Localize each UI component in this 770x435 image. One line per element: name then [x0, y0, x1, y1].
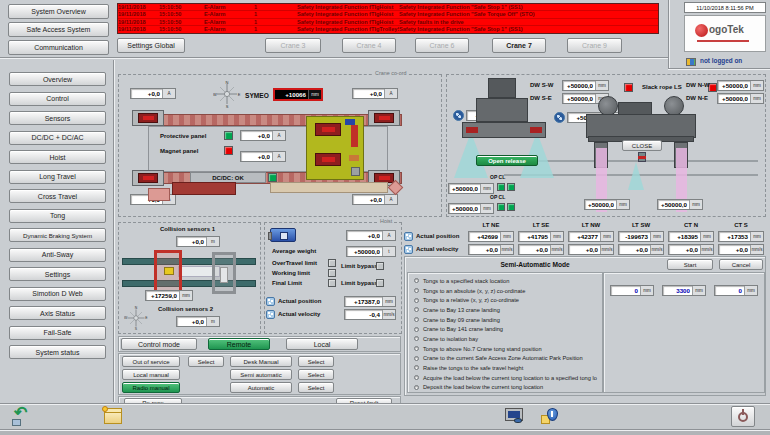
crane-6-button[interactable]: Crane 6: [415, 38, 469, 53]
trolley-wheel: [530, 127, 542, 133]
semi-auto-option[interactable]: Crane to the current Safe Access Zone Au…: [414, 353, 602, 363]
monitor-icon[interactable]: [506, 409, 523, 423]
power-button[interactable]: [731, 406, 755, 427]
settings-global-button[interactable]: Settings Global: [117, 38, 185, 53]
semi-automatic-button[interactable]: Semi automatic: [230, 369, 292, 380]
limit-bypass-indicator-2[interactable]: [376, 279, 384, 287]
info-icon[interactable]: [541, 408, 559, 425]
nav-safe-access-button[interactable]: Safe Access System: [8, 22, 109, 37]
semi-auto-coords-box: 0mm 3300mm 0mm: [603, 272, 765, 393]
radio-icon[interactable]: [414, 385, 419, 390]
desk-manual-button[interactable]: Desk Manual: [230, 356, 292, 367]
semi-auto-option[interactable]: Acquire the load below the current tong …: [414, 373, 602, 383]
alarm-banner[interactable]: 19/11/201815:10:50E-Alarm1Safety Integra…: [117, 3, 659, 34]
semi-auto-option[interactable]: Tongs to above No.7 Crane tong stand pos…: [414, 344, 602, 354]
rope-value-1: +50000,0mm: [448, 183, 494, 194]
sidebar-item-dynamic-braking[interactable]: Dynamic Braking System: [9, 228, 106, 242]
mid-current-1: +0,0A: [240, 130, 286, 141]
nav-communication-button[interactable]: Communication: [8, 40, 109, 55]
final-limit-label: Final Limit: [272, 280, 302, 286]
crane-9-button[interactable]: Crane 9: [567, 38, 622, 53]
dw-sw-value: +50000,0mm: [562, 80, 609, 91]
rope-value-2: +50000,0mm: [448, 203, 494, 214]
go-back-icon[interactable]: ↶: [12, 407, 34, 427]
semi-auto-option[interactable]: Tongs to an absolute (x, y, z) co-ordina…: [414, 286, 602, 296]
sidebar-item-fail-safe[interactable]: Fail-Safe: [9, 326, 106, 340]
control-mode-label-button[interactable]: Control mode: [121, 338, 197, 350]
radio-icon[interactable]: [414, 288, 419, 293]
radio-icon[interactable]: [414, 375, 419, 380]
sidebar-item-cross-travel[interactable]: Cross Travel: [9, 189, 106, 203]
rope-drum: [664, 96, 684, 116]
open-release-button[interactable]: Open release: [476, 155, 538, 166]
control-mode-panel: Control mode Remote Local Out of service…: [118, 336, 401, 402]
remote-mode-button[interactable]: Remote: [208, 338, 270, 350]
radio-icon[interactable]: [414, 317, 419, 322]
hoist-panel-title: Hoist: [378, 218, 394, 224]
sidebar-item-simotion-d-web[interactable]: Simotion D Web: [9, 287, 106, 301]
option-label: Tongs to an absolute (x, y, z) co-ordina…: [423, 288, 525, 294]
sidebar-item-tong[interactable]: Tong: [9, 209, 106, 223]
sidebar-item-hoist[interactable]: Hoist: [9, 150, 106, 164]
coord-z-input[interactable]: 0mm: [714, 285, 758, 296]
collision-2-value: +0,0m: [176, 316, 220, 327]
select-out-of-service-button[interactable]: Select: [188, 356, 224, 367]
semi-auto-option[interactable]: Tongs to a specified stack location: [414, 276, 602, 286]
sidebar-item-sensors[interactable]: Sensors: [9, 111, 106, 125]
radio-icon[interactable]: [414, 356, 419, 361]
select-desk-manual-button[interactable]: Select: [298, 356, 334, 367]
option-label: Raise the tongs to the safe travel heigh…: [423, 365, 523, 371]
out-of-service-button[interactable]: Out of service: [122, 356, 180, 367]
radio-icon[interactable]: [414, 365, 419, 370]
bogie-sw: [132, 170, 164, 186]
sidebar-item-settings[interactable]: Settings: [9, 267, 106, 281]
bogie-ne: [368, 110, 400, 126]
sidebar-item-dcdc-dcac[interactable]: DC/DC + DC/AC: [9, 131, 106, 145]
semi-auto-option[interactable]: Crane to Bay 141 crane landing: [414, 324, 602, 334]
new-window-icon[interactable]: [104, 408, 122, 424]
crane-7-button[interactable]: Crane 7: [492, 38, 546, 53]
sidebar-item-control[interactable]: Control: [9, 92, 106, 106]
radio-manual-button[interactable]: Radio manual: [122, 382, 180, 393]
sidebar-item-long-travel[interactable]: Long Travel: [9, 170, 106, 184]
semi-auto-option[interactable]: Raise the tongs to the safe travel heigh…: [414, 363, 602, 373]
sidebar-item-overview[interactable]: Overview: [9, 72, 106, 86]
svg-text:W: W: [213, 92, 217, 97]
semi-auto-cancel-button[interactable]: Cancel: [719, 259, 763, 270]
encoder-icon: [453, 110, 464, 121]
close-button[interactable]: CLOSE: [622, 140, 662, 151]
local-mode-button[interactable]: Local: [286, 338, 358, 350]
semi-auto-option[interactable]: Deposit the load below the current tong …: [414, 382, 602, 392]
opcl-label-2: OP CL: [490, 194, 505, 200]
radio-icon[interactable]: [414, 327, 419, 332]
coord-y-input[interactable]: 3300mm: [662, 285, 706, 296]
select-automatic-button[interactable]: Select: [298, 382, 334, 393]
semi-auto-option[interactable]: Crane to isolation bay: [414, 334, 602, 344]
radio-icon[interactable]: [414, 278, 419, 283]
login-status[interactable]: not logged on: [684, 54, 766, 66]
sidebar-item-anti-sway[interactable]: Anti-Sway: [9, 248, 106, 262]
sidebar-item-system-status[interactable]: System status: [9, 345, 106, 359]
radio-icon[interactable]: [414, 346, 419, 351]
coord-x-input[interactable]: 0mm: [610, 285, 654, 296]
option-label: Crane to isolation bay: [423, 336, 478, 342]
local-manual-button[interactable]: Local manual: [122, 369, 180, 380]
light-cone: [628, 162, 644, 190]
semi-auto-option[interactable]: Crane to Bay 09 crane landing: [414, 315, 602, 325]
crane-4-button[interactable]: Crane 4: [342, 38, 396, 53]
select-semi-automatic-button[interactable]: Select: [298, 369, 334, 380]
semi-auto-option[interactable]: Crane to Bay 13 crane landing: [414, 305, 602, 315]
opcl-indicator: [497, 183, 505, 191]
sidebar-item-axis-status[interactable]: Axis Status: [9, 306, 106, 320]
radio-icon[interactable]: [414, 298, 419, 303]
nav-system-overview-button[interactable]: System Overview: [8, 4, 109, 19]
trolley-wheel: [466, 127, 478, 133]
radio-icon[interactable]: [414, 336, 419, 341]
semi-auto-option[interactable]: Tongs to a relative (x, y, z) co-ordinat…: [414, 295, 602, 305]
opcl-indicator: [497, 203, 505, 211]
automatic-button[interactable]: Automatic: [230, 382, 292, 393]
radio-icon[interactable]: [414, 307, 419, 312]
semi-auto-start-button[interactable]: Start: [667, 259, 713, 270]
crane-3-button[interactable]: Crane 3: [265, 38, 321, 53]
limit-bypass-indicator-1[interactable]: [376, 262, 384, 270]
